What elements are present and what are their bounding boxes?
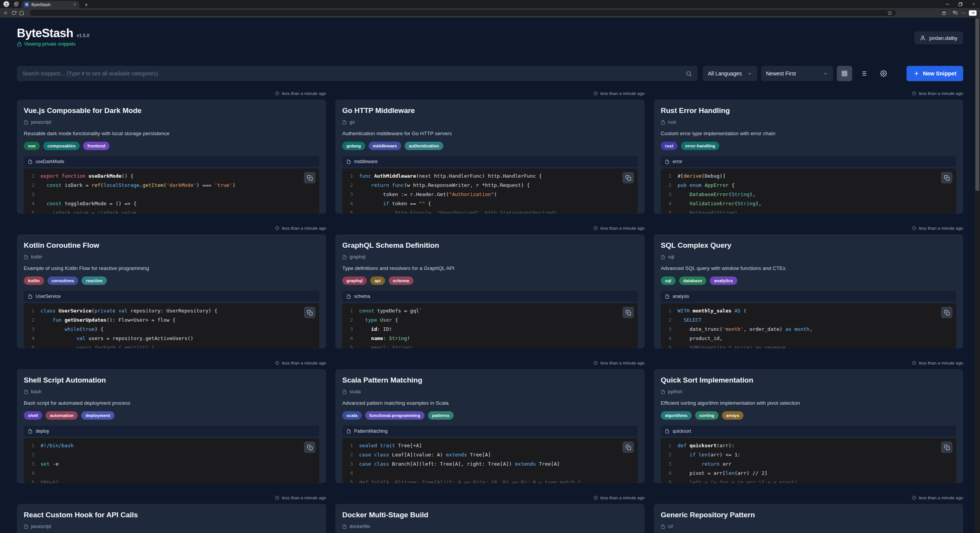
copy-code-button[interactable] (622, 441, 634, 453)
language-label: bash (31, 389, 41, 394)
code-preview[interactable]: 1def quicksort(arr):2 if len(arr) <= 1:3… (661, 438, 956, 483)
tag-pill[interactable]: shell (24, 411, 42, 420)
snippet-card[interactable]: GraphQL Schema Definition graphqlType de… (335, 234, 645, 348)
address-input[interactable] (33, 11, 887, 15)
favorites-hub-button[interactable] (952, 10, 958, 16)
tag-pill[interactable]: kotlin (24, 276, 44, 285)
copy-code-button[interactable] (304, 307, 315, 318)
snippet-card[interactable]: Docker Multi-Stage Build dockerfile (335, 504, 645, 533)
search-box[interactable] (17, 66, 697, 81)
snippet-description: Advanced pattern matching examples in Sc… (342, 400, 638, 406)
tag-pill[interactable]: frontend (83, 142, 109, 150)
snippet-card[interactable]: Rust Error Handling rustCustom error typ… (654, 100, 963, 214)
browser-profile-avatar[interactable] (3, 1, 9, 7)
code-preview[interactable]: 1func AuthMiddleware(next http.HandlerFu… (342, 168, 638, 214)
tag-pill[interactable]: patterns (428, 411, 454, 420)
copy-code-button[interactable] (622, 172, 634, 183)
copy-code-button[interactable] (941, 172, 952, 183)
tag-pill[interactable]: arrays (722, 411, 744, 420)
language-filter-dropdown[interactable]: All Languages (703, 66, 757, 81)
copy-code-button[interactable] (622, 307, 634, 318)
tag-pill[interactable]: algorithms (661, 411, 692, 420)
home-button[interactable] (19, 10, 24, 15)
extensions-button[interactable] (941, 10, 947, 16)
tag-pill[interactable]: coroutines (47, 276, 78, 285)
tag-pill[interactable]: deployment (81, 411, 114, 420)
address-bar[interactable] (29, 9, 897, 16)
tag-pill[interactable]: database (679, 276, 707, 285)
code-preview[interactable]: 1export function useDarkMode() {2 const … (24, 168, 319, 214)
browser-menu-button[interactable] (961, 10, 966, 16)
snippet-card[interactable]: Vue.js Composable for Dark Mode javascri… (17, 100, 326, 214)
back-button[interactable] (3, 10, 9, 16)
refresh-button[interactable] (11, 10, 16, 15)
code-fragment-header[interactable]: UserService (24, 291, 319, 302)
tag-pill[interactable]: middleware (369, 142, 401, 150)
code-fragment-header[interactable]: schema (342, 291, 638, 302)
code-fragment-header[interactable]: PatternMatching (342, 426, 638, 437)
snippet-card[interactable]: React Custom Hook for API Calls javascri… (17, 504, 326, 533)
tag-pill[interactable]: authentication (405, 142, 443, 150)
copy-code-button[interactable] (304, 172, 315, 183)
tab-close-icon[interactable] (73, 3, 77, 6)
tag-pill[interactable]: composables (43, 142, 80, 150)
code-fragment-header[interactable]: error (661, 156, 956, 167)
snippet-card[interactable]: Go HTTP Middleware goAuthentication midd… (335, 100, 645, 214)
list-view-button[interactable] (856, 66, 871, 81)
snippet-card[interactable]: SQL Complex Query sqlAdvanced SQL query … (654, 234, 963, 348)
code-fragment-header[interactable]: analysis (661, 291, 956, 302)
snippet-card[interactable]: Kotlin Coroutine Flow kotlinExample of u… (17, 234, 326, 348)
close-window-button[interactable] (967, 0, 980, 8)
grid-view-button[interactable] (837, 66, 852, 81)
tag-pill[interactable]: automation (46, 411, 78, 420)
code-line: 5 NotFound(String) (665, 208, 956, 214)
search-input[interactable] (17, 66, 697, 81)
browser-tab-bytestash[interactable]: B ByteStash (22, 1, 79, 8)
tag-pill[interactable]: error-handling (681, 142, 720, 150)
workspaces-icon[interactable] (14, 1, 19, 8)
code-preview[interactable]: 1class UserService(private val repositor… (24, 303, 319, 348)
snippet-card[interactable]: Shell Script Automation bashBash script … (17, 369, 326, 483)
snippet-card[interactable]: Scala Pattern Matching scalaAdvanced pat… (335, 369, 645, 483)
code-fragment-header[interactable]: useDarkMode (24, 156, 319, 167)
copy-code-button[interactable] (304, 441, 315, 453)
code-preview[interactable]: 1#!/bin/bash23set -e45ENV=$1 (24, 438, 319, 483)
snippet-card[interactable]: Generic Repository Pattern c# (654, 504, 963, 533)
new-tab-button[interactable] (84, 2, 89, 7)
code-fragment-header[interactable]: deploy (24, 426, 319, 437)
tag-pill[interactable]: rust (661, 142, 678, 150)
code-preview[interactable]: 1sealed trait Tree[+A]2case class Leaf[A… (342, 438, 638, 483)
snippet-card[interactable]: Quick Sort Implementation pythonEfficien… (654, 369, 963, 483)
new-snippet-button[interactable]: New Snippet (906, 66, 963, 81)
page-scrollbar[interactable] (975, 18, 980, 533)
code-fragment-header[interactable]: quicksort (661, 426, 956, 437)
favorite-star-icon[interactable] (887, 10, 892, 15)
copy-code-button[interactable] (941, 307, 952, 318)
tag-pill[interactable]: vue (24, 142, 40, 150)
minimize-button[interactable] (941, 0, 954, 8)
code-line: 4 product_id, (665, 334, 956, 343)
copy-code-button[interactable] (941, 441, 952, 453)
sidebar-toggle-button[interactable] (969, 10, 977, 16)
code-fragment-header[interactable]: middleware (342, 156, 638, 167)
tag-pill[interactable]: scala (342, 411, 362, 420)
tag-pill[interactable]: api (370, 276, 385, 285)
tag-pill[interactable]: sorting (695, 411, 719, 420)
tag-pill[interactable]: graphql (342, 276, 367, 285)
code-preview[interactable]: 1const typeDefs = gql`2 type User {3 id:… (342, 303, 638, 348)
code-preview[interactable]: 1WITH monthly_sales AS (2 SELECT3 date_t… (661, 303, 956, 348)
tag-list: kotlincoroutinesreactive (24, 276, 319, 285)
tag-pill[interactable]: sql (661, 276, 676, 285)
scrollbar-thumb[interactable] (975, 18, 979, 191)
tag-pill[interactable]: reactive (82, 276, 106, 285)
code-preview[interactable]: 1#[derive(Debug)]2pub enum AppError {3 D… (661, 168, 956, 214)
settings-button[interactable] (876, 66, 891, 81)
sort-order-dropdown[interactable]: Newest First (761, 66, 833, 81)
tag-pill[interactable]: analytics (710, 276, 737, 285)
tag-pill[interactable]: functional-programming (365, 411, 425, 420)
restore-button[interactable] (954, 0, 967, 8)
tag-pill[interactable]: schema (389, 276, 413, 285)
user-menu[interactable]: jordan.dalby (914, 31, 963, 44)
tag-pill[interactable]: golang (342, 142, 365, 150)
language-filter-value: All Languages (708, 70, 742, 77)
